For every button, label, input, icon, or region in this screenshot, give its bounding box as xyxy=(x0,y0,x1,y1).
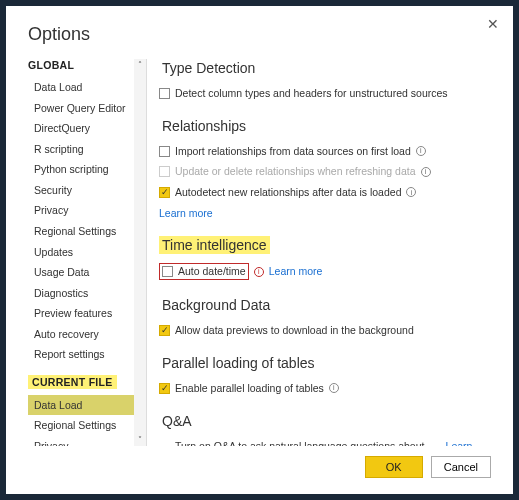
label-autodetect-rel: Autodetect new relationships after data … xyxy=(175,185,401,200)
checkbox-type-detect[interactable] xyxy=(159,88,170,99)
footer: OK Cancel xyxy=(28,446,491,478)
sidebar: GLOBAL Data Load Power Query Editor Dire… xyxy=(28,59,146,446)
sidebar-item-regional-c[interactable]: Regional Settings xyxy=(28,415,146,436)
section-time-intel: Time intelligence xyxy=(159,236,270,254)
checkbox-bg-preview[interactable]: ✓ xyxy=(159,325,170,336)
link-learn-more-rel[interactable]: Learn more xyxy=(159,206,213,221)
label-update-rel: Update or delete relationships when refr… xyxy=(175,164,416,179)
sidebar-item-directquery[interactable]: DirectQuery xyxy=(28,118,146,139)
sidebar-head-current: CURRENT FILE xyxy=(28,375,117,389)
ok-button[interactable]: OK xyxy=(365,456,423,478)
link-learn-more-qa[interactable]: Learn more xyxy=(446,439,491,447)
chevron-up-icon[interactable]: ˄ xyxy=(134,59,146,71)
label-import-rel: Import relationships from data sources o… xyxy=(175,144,411,159)
label-qa: Turn on Q&A to ask natural language ques… xyxy=(175,439,426,447)
section-qa: Q&A xyxy=(159,412,195,430)
sidebar-item-usage[interactable]: Usage Data xyxy=(28,262,146,283)
section-bg-data: Background Data xyxy=(159,296,273,314)
label-auto-date: Auto date/time xyxy=(178,264,246,279)
sidebar-item-regional-g[interactable]: Regional Settings xyxy=(28,221,146,242)
sidebar-head-global: GLOBAL xyxy=(28,59,146,71)
checkbox-import-rel[interactable] xyxy=(159,146,170,157)
sidebar-item-data-load-g[interactable]: Data Load xyxy=(28,77,146,98)
sidebar-item-preview[interactable]: Preview features xyxy=(28,303,146,324)
checkbox-update-rel xyxy=(159,166,170,177)
info-icon[interactable]: i xyxy=(421,167,431,177)
chevron-down-icon[interactable]: ˅ xyxy=(134,434,146,446)
info-icon[interactable]: i xyxy=(254,267,264,277)
sidebar-item-python[interactable]: Python scripting xyxy=(28,159,146,180)
cancel-button[interactable]: Cancel xyxy=(431,456,491,478)
checkbox-auto-date[interactable] xyxy=(162,266,173,277)
label-parallel: Enable parallel loading of tables xyxy=(175,381,324,396)
sidebar-item-data-load-c[interactable]: Data Load xyxy=(28,395,146,416)
sidebar-item-privacy-g[interactable]: Privacy xyxy=(28,200,146,221)
label-type-detect: Detect column types and headers for unst… xyxy=(175,86,448,101)
dialog-title: Options xyxy=(28,24,491,45)
section-relationships: Relationships xyxy=(159,117,249,135)
sidebar-item-r[interactable]: R scripting xyxy=(28,139,146,160)
info-icon[interactable]: i xyxy=(329,383,339,393)
link-learn-more-time[interactable]: Learn more xyxy=(269,264,323,279)
sidebar-item-privacy-c[interactable]: Privacy xyxy=(28,436,146,446)
checkbox-parallel[interactable]: ✓ xyxy=(159,383,170,394)
sidebar-item-updates[interactable]: Updates xyxy=(28,241,146,262)
content-pane: Type Detection Detect column types and h… xyxy=(157,59,491,446)
checkbox-autodetect-rel[interactable]: ✓ xyxy=(159,187,170,198)
sidebar-item-report[interactable]: Report settings xyxy=(28,344,146,365)
sidebar-item-security[interactable]: Security xyxy=(28,180,146,201)
sidebar-item-autorec-g[interactable]: Auto recovery xyxy=(28,324,146,345)
dialog-body: GLOBAL Data Load Power Query Editor Dire… xyxy=(28,59,491,446)
section-type-detection: Type Detection xyxy=(159,59,258,77)
sidebar-scrollbar[interactable]: ˄ ˅ xyxy=(134,59,146,446)
close-icon[interactable]: ✕ xyxy=(487,16,499,32)
info-icon[interactable]: i xyxy=(416,146,426,156)
sidebar-item-diag[interactable]: Diagnostics xyxy=(28,282,146,303)
divider xyxy=(146,59,147,446)
sidebar-item-pqe[interactable]: Power Query Editor xyxy=(28,98,146,119)
section-parallel: Parallel loading of tables xyxy=(159,354,318,372)
label-bg-preview: Allow data previews to download in the b… xyxy=(175,323,414,338)
info-icon[interactable]: i xyxy=(406,187,416,197)
options-dialog: ✕ Options GLOBAL Data Load Power Query E… xyxy=(6,6,513,494)
